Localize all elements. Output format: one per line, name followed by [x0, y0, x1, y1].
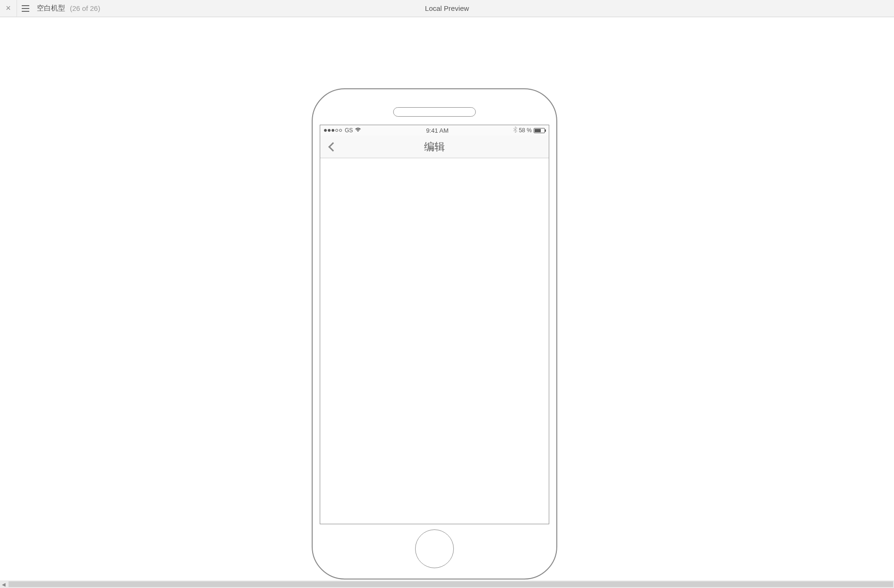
- status-bar-left: GS: [324, 127, 361, 134]
- status-bar-right: 58 %: [513, 127, 545, 134]
- top-toolbar: × 空白机型 (26 of 26) Local Preview: [0, 0, 894, 17]
- signal-strength-icon: [324, 129, 342, 132]
- home-button[interactable]: [415, 529, 454, 568]
- carrier-label: GS: [345, 127, 353, 134]
- page-name: 空白机型: [37, 4, 65, 13]
- bluetooth-icon: [513, 127, 517, 134]
- wifi-icon: [355, 128, 361, 133]
- phone-speaker: [393, 107, 476, 117]
- scroll-thumb[interactable]: [9, 581, 893, 587]
- preview-mode-label: Local Preview: [425, 4, 469, 12]
- status-bar-time: 9:41 AM: [426, 127, 449, 134]
- battery-icon: [534, 128, 545, 133]
- phone-screen: GS 9:41 AM 58 %: [320, 125, 549, 524]
- menu-button[interactable]: [17, 0, 34, 17]
- back-button[interactable]: [320, 136, 343, 158]
- nav-title: 编辑: [424, 140, 445, 154]
- hamburger-icon: [22, 5, 29, 12]
- close-button[interactable]: ×: [0, 0, 17, 17]
- chevron-left-icon: [328, 142, 338, 152]
- scroll-left-arrow[interactable]: ◀: [0, 580, 8, 588]
- canvas-area[interactable]: GS 9:41 AM 58 %: [0, 17, 894, 580]
- page-count: (26 of 26): [70, 4, 100, 12]
- phone-device-frame: GS 9:41 AM 58 %: [312, 88, 557, 579]
- horizontal-scrollbar[interactable]: ◀: [0, 580, 894, 588]
- status-bar: GS 9:41 AM 58 %: [320, 125, 549, 136]
- close-icon: ×: [6, 3, 11, 13]
- nav-bar: 编辑: [320, 136, 549, 158]
- battery-percent: 58 %: [519, 127, 532, 134]
